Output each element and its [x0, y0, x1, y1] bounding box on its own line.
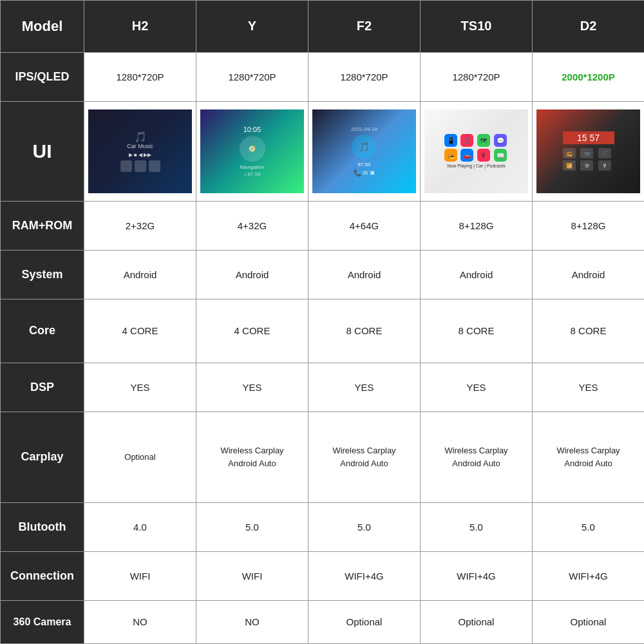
- connection-label: Connection: [1, 551, 84, 600]
- carplay-d2: Wireless Carplay Android Auto: [533, 412, 645, 502]
- system-y: Android: [196, 251, 308, 299]
- system-d2: Android: [533, 251, 645, 299]
- camera360-label: 360 Camera: [1, 600, 84, 643]
- ui-d2-cell: 15 57 📻 📹 🎵 📶 ⚙ 🎙: [533, 101, 645, 201]
- bluetooth-h2: 4.0: [84, 502, 196, 551]
- connection-f2: WIFI+4G: [308, 551, 421, 600]
- dsp-d2: YES: [533, 363, 645, 412]
- model-y: Y: [196, 1, 308, 53]
- connection-d2: WIFI+4G: [533, 551, 645, 600]
- carplay-y: Wireless Carplay Android Auto: [196, 412, 308, 502]
- model-label: Model: [1, 1, 84, 53]
- ram-y: 4+32G: [196, 202, 308, 251]
- comparison-table: Model H2 Y F2 TS10 D2 IPS/QLED 1280*720P…: [0, 0, 644, 644]
- camera360-h2: NO: [84, 600, 196, 643]
- system-ts10: Android: [421, 251, 533, 299]
- carplay-h2: Optional: [84, 412, 196, 502]
- carplay-f2: Wireless Carplay Android Auto: [308, 412, 421, 502]
- ui-f2-cell: 2021-09-18 🎵 87.50 📞 ✉ ✖: [308, 101, 421, 201]
- bluetooth-d2: 5.0: [533, 502, 645, 551]
- ram-f2: 4+64G: [308, 202, 421, 251]
- bluetooth-label: Blutooth: [1, 502, 84, 551]
- connection-h2: WIFI: [84, 551, 196, 600]
- ips-y: 1280*720P: [196, 52, 308, 101]
- carplay-label: Carplay: [1, 412, 84, 502]
- ips-ts10: 1280*720P: [421, 52, 533, 101]
- ram-d2: 8+128G: [533, 202, 645, 251]
- camera360-y: NO: [196, 600, 308, 643]
- ips-d2: 2000*1200P: [533, 52, 645, 101]
- connection-y: WIFI: [196, 551, 308, 600]
- carplay-ts10: Wireless Carplay Android Auto: [421, 412, 533, 502]
- bluetooth-f2: 5.0: [308, 502, 421, 551]
- bluetooth-ts10: 5.0: [421, 502, 533, 551]
- ram-h2: 2+32G: [84, 202, 196, 251]
- model-h2: H2: [84, 1, 196, 53]
- dsp-label: DSP: [1, 363, 84, 412]
- ram-ts10: 8+128G: [421, 202, 533, 251]
- system-h2: Android: [84, 251, 196, 299]
- ips-f2: 1280*720P: [308, 52, 421, 101]
- camera360-f2: Optional: [308, 600, 421, 643]
- bluetooth-y: 5.0: [196, 502, 308, 551]
- model-d2: D2: [533, 1, 645, 53]
- core-y: 4 CORE: [196, 299, 308, 363]
- ui-ts10-cell: 📱 🎵 🗺 💬 📻 🚗 🎙 📖 Now Playing | Car | Podc…: [421, 101, 533, 201]
- ui-y-cell: 10:05 🧭 Navigation ♪ 87.50: [196, 101, 308, 201]
- dsp-ts10: YES: [421, 363, 533, 412]
- core-d2: 8 CORE: [533, 299, 645, 363]
- model-f2: F2: [308, 1, 421, 53]
- core-f2: 8 CORE: [308, 299, 421, 363]
- ui-label: UI: [1, 101, 84, 201]
- system-label: System: [1, 251, 84, 299]
- core-label: Core: [1, 299, 84, 363]
- model-ts10: TS10: [421, 1, 533, 53]
- ui-h2-cell: 🎵 Car Music ▶ ■ ◀ ▶▶: [84, 101, 196, 201]
- dsp-h2: YES: [84, 363, 196, 412]
- core-h2: 4 CORE: [84, 299, 196, 363]
- camera360-ts10: Optional: [421, 600, 533, 643]
- system-f2: Android: [308, 251, 421, 299]
- ram-label: RAM+ROM: [1, 202, 84, 251]
- core-ts10: 8 CORE: [421, 299, 533, 363]
- camera360-d2: Optional: [533, 600, 645, 643]
- connection-ts10: WIFI+4G: [421, 551, 533, 600]
- dsp-y: YES: [196, 363, 308, 412]
- ips-h2: 1280*720P: [84, 52, 196, 101]
- dsp-f2: YES: [308, 363, 421, 412]
- ips-label: IPS/QLED: [1, 52, 84, 101]
